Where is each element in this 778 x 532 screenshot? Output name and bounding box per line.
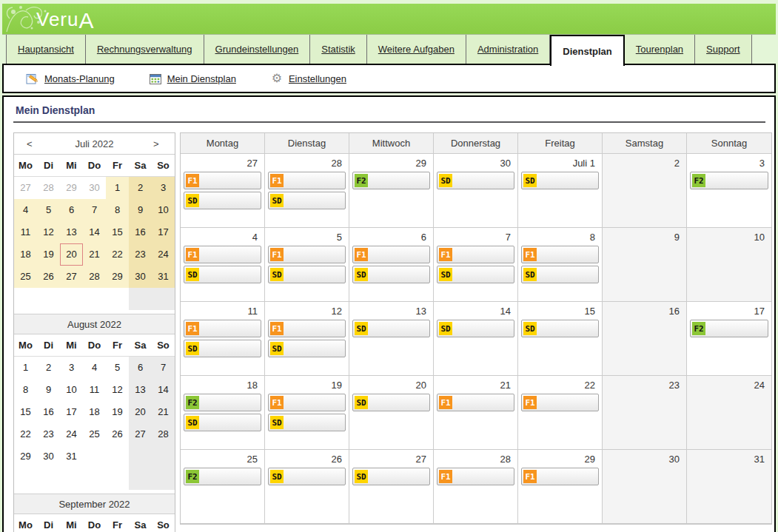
day-cell-29[interactable]: 29F1 — [518, 450, 603, 524]
shift-entry-f1[interactable]: F1 — [521, 246, 599, 263]
mini-day-17[interactable]: 17 — [152, 221, 175, 243]
mini-day-28[interactable]: 28 — [37, 177, 60, 199]
shift-entry-f1[interactable]: F1 — [268, 246, 346, 263]
mini-day-24[interactable]: 24 — [152, 243, 175, 266]
mini-day-27[interactable]: 27 — [129, 423, 152, 445]
shift-entry-sd[interactable]: SD — [352, 394, 430, 411]
mini-day-4[interactable]: 4 — [83, 357, 106, 379]
mini-day-2[interactable]: 2 — [129, 177, 152, 199]
day-cell-2[interactable]: 2 — [603, 154, 687, 228]
shift-entry-sd[interactable]: SD — [437, 266, 514, 283]
day-cell-6[interactable]: 6F1SD — [349, 228, 434, 302]
mini-day-23[interactable]: 23 — [37, 423, 60, 445]
mini-day-22[interactable]: 22 — [14, 423, 37, 445]
toolbar-item-monats-planung[interactable]: Monats-Planung — [26, 73, 115, 84]
day-cell-juli-1[interactable]: Juli 1SD — [518, 154, 603, 228]
shift-entry-f1[interactable]: F1 — [521, 468, 599, 485]
tab-tourenplan[interactable]: Tourenplan — [625, 35, 695, 64]
shift-entry-f1[interactable]: F1 — [268, 172, 346, 189]
day-cell-5[interactable]: 5F1SD — [265, 228, 349, 302]
shift-entry-sd[interactable]: SD — [521, 320, 599, 337]
mini-day-29[interactable]: 29 — [106, 266, 129, 288]
mini-day-7[interactable]: 7 — [83, 199, 106, 221]
toolbar-item-einstellungen[interactable]: ⚙Einstellungen — [270, 73, 346, 84]
day-cell-18[interactable]: 18F2SD — [181, 376, 265, 450]
mini-day-12[interactable]: 12 — [37, 221, 60, 243]
day-cell-12[interactable]: 12F1SD — [265, 302, 349, 376]
mini-day-25[interactable]: 25 — [83, 423, 106, 445]
day-cell-25[interactable]: 25F2 — [181, 450, 265, 524]
day-cell-27[interactable]: 27SD — [349, 450, 434, 524]
day-cell-24[interactable]: 24 — [687, 376, 771, 450]
mini-day-30[interactable]: 30 — [37, 445, 60, 468]
day-cell-8[interactable]: 8F1SD — [518, 228, 603, 302]
shift-entry-sd[interactable]: SD — [268, 414, 346, 431]
day-cell-27[interactable]: 27F1SD — [181, 154, 265, 228]
mini-day-28[interactable]: 28 — [152, 423, 175, 445]
day-cell-30[interactable]: 30 — [603, 450, 687, 524]
shift-entry-sd[interactable]: SD — [184, 340, 261, 357]
shift-entry-sd[interactable]: SD — [184, 414, 261, 431]
day-cell-15[interactable]: 15SD — [518, 302, 603, 376]
mini-day-14[interactable]: 14 — [83, 221, 106, 243]
day-cell-22[interactable]: 22F1 — [518, 376, 603, 450]
shift-entry-sd[interactable]: SD — [184, 192, 261, 209]
day-cell-20[interactable]: 20SD — [349, 376, 434, 450]
shift-entry-sd[interactable]: SD — [184, 266, 261, 283]
shift-entry-f2[interactable]: F2 — [184, 468, 261, 485]
day-cell-21[interactable]: 21F1 — [434, 376, 518, 450]
shift-entry-f1[interactable]: F1 — [437, 394, 514, 411]
day-cell-11[interactable]: 11F1SD — [181, 302, 265, 376]
mini-day-11[interactable]: 11 — [14, 221, 37, 243]
shift-entry-f1[interactable]: F1 — [521, 394, 599, 411]
mini-day-24[interactable]: 24 — [60, 423, 83, 445]
shift-entry-sd[interactable]: SD — [268, 468, 346, 485]
shift-entry-f1[interactable]: F1 — [437, 468, 514, 485]
shift-entry-f2[interactable]: F2 — [184, 394, 261, 411]
mini-day-25[interactable]: 25 — [14, 266, 37, 288]
mini-day-23[interactable]: 23 — [129, 243, 152, 266]
shift-entry-sd[interactable]: SD — [352, 266, 430, 283]
mini-day-31[interactable]: 31 — [60, 445, 83, 468]
day-cell-3[interactable]: 3F2 — [687, 154, 771, 228]
tab-rechnungsverwaltung[interactable]: Rechnungsverwaltung — [86, 35, 204, 64]
mini-day-6[interactable]: 6 — [129, 357, 152, 379]
mini-day-21[interactable]: 21 — [83, 243, 106, 266]
day-cell-23[interactable]: 23 — [603, 376, 687, 450]
mini-day-1[interactable]: 1 — [14, 357, 37, 379]
day-cell-10[interactable]: 10 — [687, 228, 771, 302]
mini-day-5[interactable]: 5 — [37, 199, 60, 221]
mini-day-28[interactable]: 28 — [83, 266, 106, 288]
mini-day-29[interactable]: 29 — [60, 177, 83, 199]
day-cell-31[interactable]: 31 — [687, 450, 771, 524]
day-cell-7[interactable]: 7F1SD — [434, 228, 518, 302]
shift-entry-sd[interactable]: SD — [352, 468, 430, 485]
day-cell-14[interactable]: 14SD — [434, 302, 518, 376]
shift-entry-f2[interactable]: F2 — [352, 172, 430, 189]
mini-day-15[interactable]: 15 — [106, 221, 129, 243]
day-cell-16[interactable]: 16 — [603, 302, 687, 376]
shift-entry-sd[interactable]: SD — [521, 172, 599, 189]
mini-day-2[interactable]: 2 — [37, 357, 60, 379]
mini-day-10[interactable]: 10 — [152, 199, 175, 221]
day-cell-19[interactable]: 19F1SD — [265, 376, 349, 450]
tab-hauptansicht[interactable]: Hauptansicht — [6, 35, 86, 64]
day-cell-17[interactable]: 17F2 — [687, 302, 771, 376]
tab-weitere-aufgaben[interactable]: Weitere Aufgaben — [367, 35, 466, 64]
day-cell-29[interactable]: 29F2 — [349, 154, 434, 228]
day-cell-13[interactable]: 13SD — [349, 302, 434, 376]
shift-entry-sd[interactable]: SD — [437, 320, 514, 337]
shift-entry-sd[interactable]: SD — [352, 320, 430, 337]
mini-day-11[interactable]: 11 — [83, 379, 106, 401]
shift-entry-f1[interactable]: F1 — [184, 172, 261, 189]
mini-day-19[interactable]: 19 — [37, 243, 60, 266]
mini-day-15[interactable]: 15 — [14, 401, 37, 423]
mini-day-18[interactable]: 18 — [14, 243, 37, 266]
mini-day-1[interactable]: 1 — [106, 177, 129, 199]
tab-dienstplan[interactable]: Dienstplan — [550, 35, 624, 66]
day-cell-28[interactable]: 28F1 — [434, 450, 518, 524]
mini-day-13[interactable]: 13 — [60, 221, 83, 243]
shift-entry-f1[interactable]: F1 — [184, 320, 261, 337]
prev-month-button[interactable]: < — [27, 138, 36, 149]
mini-day-8[interactable]: 8 — [14, 379, 37, 401]
